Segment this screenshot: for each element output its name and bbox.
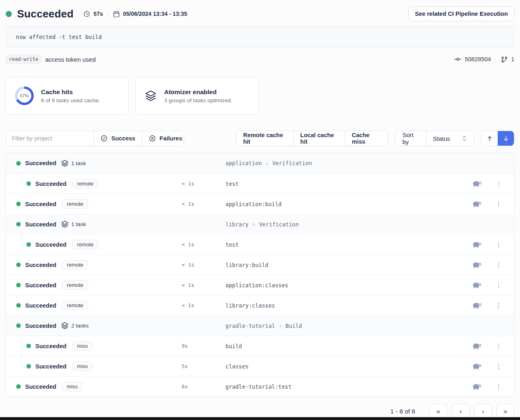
branch-count[interactable]: 1 (511, 56, 514, 62)
chevron-right-icon: › (265, 160, 269, 166)
row-menu-kebab-icon[interactable]: ⋮ (494, 281, 503, 289)
task-status-label: Succeeded (25, 302, 56, 309)
task-status-label: Succeeded (35, 363, 67, 370)
atomizer-card-subtitle: 3 groups of tasks optimized. (164, 97, 232, 103)
atomizer-card[interactable]: Atomizer enabled 3 groups of tasks optim… (135, 77, 258, 114)
group-task-count: 2 tasks (72, 323, 89, 329)
layers-icon (61, 322, 69, 330)
access-token-label: access token used (45, 56, 95, 63)
run-meta: 57s · 05/06/2024 13:34 - 13:35 (83, 11, 187, 17)
row-menu-kebab-icon[interactable]: ⋮ (494, 200, 503, 208)
gradle-elephant-icon[interactable] (472, 302, 482, 309)
task-group-row[interactable]: Succeeded 1 task application › Verificat… (6, 153, 514, 173)
gradle-elephant-icon[interactable] (472, 383, 482, 390)
chevron-right-icon: › (252, 221, 256, 227)
sort-select[interactable]: Status (426, 131, 474, 146)
task-duration: < 1s (182, 201, 194, 207)
row-menu-kebab-icon[interactable]: ⋮ (494, 261, 503, 269)
gradle-elephant-icon[interactable] (472, 241, 482, 248)
task-row[interactable]: Succeeded remote < 1s library:build ⋮ (6, 254, 514, 275)
task-row[interactable]: Succeeded remote < 1s library:classes ⋮ (6, 295, 514, 315)
cache-status-badge: miss (72, 341, 93, 351)
status-dot (16, 202, 21, 206)
cache-hits-card[interactable]: 67% Cache hits 6 of 9 tasks used cache. (6, 77, 129, 114)
row-menu-kebab-icon[interactable]: ⋮ (494, 342, 503, 350)
gradle-elephant-icon[interactable] (472, 342, 482, 349)
group-status-label: Succeeded (25, 323, 56, 329)
task-row[interactable]: Succeeded miss 6s gradle-tutorial:test ⋮ (6, 376, 514, 396)
project-name: gradle-tutorial (225, 323, 275, 329)
task-name: library:build (225, 262, 269, 268)
chevron-up-down-icon (462, 135, 467, 142)
task-group-row[interactable]: Succeeded 2 tasks gradle-tutorial › Buil… (6, 315, 514, 336)
remote-cache-hit-label: Remote cache hit (243, 132, 287, 145)
cache-donut-chart: 67% (15, 86, 34, 105)
failures-filter-label: Failures (160, 135, 182, 142)
gradle-elephant-icon[interactable] (472, 261, 482, 268)
remote-cache-hit-button[interactable]: Remote cache hit (236, 131, 293, 146)
row-menu-kebab-icon[interactable]: ⋮ (494, 241, 503, 248)
cache-status-badge: miss (62, 382, 83, 391)
gradle-elephant-icon[interactable] (472, 180, 482, 187)
cache-status-badge: remote (62, 199, 88, 209)
project-name: application (225, 160, 262, 166)
cache-status-badge: remote (62, 260, 88, 269)
group-status-label: Succeeded (25, 160, 56, 166)
success-filter-label: Success (111, 135, 135, 142)
git-branch-icon (501, 56, 508, 63)
task-duration: < 1s (182, 241, 194, 248)
access-token-badge: read-write (6, 55, 41, 64)
task-status-label: Succeeded (25, 383, 56, 390)
row-menu-kebab-icon[interactable]: ⋮ (494, 180, 503, 187)
task-row[interactable]: Succeeded miss 9s build ⋮ (6, 336, 514, 356)
local-cache-hit-label: Local cache hit (300, 132, 338, 145)
filter-by-project-input[interactable] (6, 131, 93, 146)
commit-id[interactable]: 50828504 (465, 56, 491, 62)
task-row[interactable]: Succeeded miss 5s classes ⋮ (6, 356, 514, 376)
group-project-path: gradle-tutorial › Build (225, 323, 302, 329)
task-status-label: Succeeded (25, 262, 56, 268)
cache-status-badge: remote (62, 280, 88, 290)
check-circle-icon (100, 135, 108, 142)
cache-card-title: Cache hits (41, 88, 100, 96)
cache-miss-label: Cache miss (352, 132, 381, 145)
status-dot (16, 263, 21, 267)
task-name: gradle-tutorial:test (225, 383, 292, 390)
bottom-bar (0, 417, 520, 420)
success-filter-button[interactable]: Success (93, 131, 142, 146)
row-menu-kebab-icon[interactable]: ⋮ (494, 383, 503, 390)
task-group-row[interactable]: Succeeded 1 task library › Verification (6, 214, 514, 234)
page-title: Succeeded (17, 8, 74, 20)
x-circle-icon (149, 135, 156, 142)
sort-descending-button[interactable] (498, 131, 514, 146)
meta-separator: · (107, 11, 108, 17)
row-menu-kebab-icon[interactable]: ⋮ (494, 302, 503, 309)
gradle-elephant-icon[interactable] (472, 363, 482, 370)
atomizer-card-title: Atomizer enabled (164, 88, 232, 96)
task-name: application:build (225, 201, 282, 207)
task-row[interactable]: Succeeded remote < 1s application:build … (6, 194, 514, 214)
status-dot (16, 283, 21, 287)
cache-miss-button[interactable]: Cache miss (345, 131, 388, 146)
task-row[interactable]: Succeeded remote < 1s application:classe… (6, 275, 514, 295)
row-menu-kebab-icon[interactable]: ⋮ (494, 362, 503, 370)
task-name: test (225, 181, 239, 187)
cache-card-subtitle: 6 of 9 tasks used cache. (41, 97, 100, 103)
target-group-name: Build (286, 323, 302, 329)
task-row[interactable]: Succeeded remote < 1s test ⋮ (6, 173, 514, 194)
calendar-icon (113, 11, 120, 17)
failures-filter-button[interactable]: Failures (142, 131, 184, 146)
local-cache-hit-button[interactable]: Local cache hit (293, 131, 345, 146)
layers-icon (61, 159, 69, 167)
task-status-label: Succeeded (25, 282, 56, 289)
gradle-elephant-icon[interactable] (472, 282, 482, 289)
cache-status-badge: remote (72, 240, 98, 249)
page-range-label: 1 - 8 of 8 (390, 408, 415, 415)
see-related-pipeline-button[interactable]: See related CI Pipeline Execution (408, 6, 514, 21)
arrow-up-icon (486, 135, 493, 142)
task-name: build (225, 343, 242, 349)
target-group-name: Verification (272, 160, 312, 166)
sort-ascending-button[interactable] (482, 131, 498, 146)
task-row[interactable]: Succeeded remote < 1s test ⋮ (6, 234, 514, 254)
gradle-elephant-icon[interactable] (472, 200, 482, 207)
